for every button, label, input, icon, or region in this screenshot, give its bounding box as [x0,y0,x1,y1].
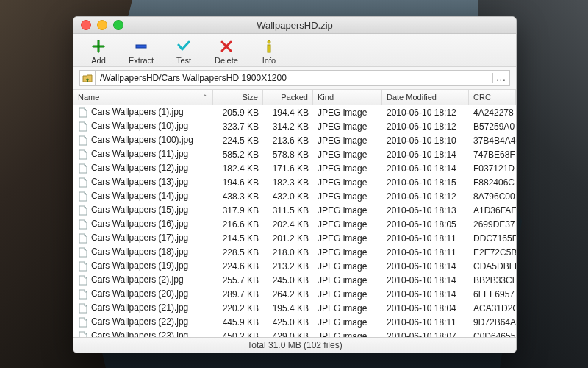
cell-kind: JPEG image [313,177,382,188]
cell-kind: JPEG image [313,149,382,160]
file-list[interactable]: Cars Wallpapers (1).jpg205.9 KB194.4 KBJ… [74,105,516,337]
column-header-crc[interactable]: CRC [469,90,516,105]
table-row[interactable]: Cars Wallpapers (16).jpg216.6 KB202.4 KB… [74,217,516,231]
table-row[interactable]: Cars Wallpapers (10).jpg323.7 KB314.2 KB… [74,119,516,133]
close-button[interactable] [81,20,91,30]
cell-crc: C0D64655 [469,331,516,338]
cell-size: 450.2 KB [213,331,263,338]
cell-size: 220.2 KB [213,303,263,314]
file-name: Cars Wallpapers (20).jpg [91,289,188,299]
cell-date: 2010-06-10 18:13 [382,205,469,216]
minimize-button[interactable] [97,20,107,30]
table-row[interactable]: Cars Wallpapers (12).jpg182.4 KB171.6 KB… [74,161,516,175]
cell-date: 2010-06-10 18:11 [382,317,469,328]
cell-name: Cars Wallpapers (12).jpg [74,163,213,174]
info-button[interactable]: Info [253,38,285,65]
file-name: Cars Wallpapers (23).jpg [91,330,188,337]
titlebar[interactable]: WallpapersHD.zip [74,17,516,34]
cell-kind: JPEG image [313,163,382,174]
desktop-background: WallpapersHD.zip Add Extract Test [0,0,588,368]
table-row[interactable]: Cars Wallpapers (13).jpg194.6 KB182.3 KB… [74,175,516,189]
table-row[interactable]: Cars Wallpapers (19).jpg224.6 KB213.2 KB… [74,259,516,273]
cell-name: Cars Wallpapers (15).jpg [74,205,213,216]
column-header-kind[interactable]: Kind [313,90,382,105]
info-label: Info [262,56,276,65]
file-name: Cars Wallpapers (22).jpg [91,316,188,327]
info-icon [261,38,277,54]
cell-crc: 747BE68F [469,149,516,160]
column-header-date[interactable]: Date Modified [382,90,469,105]
cell-size: 445.9 KB [213,317,263,328]
cell-date: 2010-06-10 18:12 [382,191,469,202]
app-window: WallpapersHD.zip Add Extract Test [73,16,517,353]
cell-name: Cars Wallpapers (10).jpg [74,121,213,132]
delete-button[interactable]: Delete [210,38,243,65]
table-row[interactable]: Cars Wallpapers (17).jpg214.5 KB201.2 KB… [74,231,516,245]
table-row[interactable]: Cars Wallpapers (2).jpg255.7 KB245.0 KBJ… [74,273,516,287]
test-button[interactable]: Test [168,38,200,65]
table-row[interactable]: Cars Wallpapers (11).jpg585.2 KB578.8 KB… [74,147,516,161]
table-row[interactable]: Cars Wallpapers (15).jpg317.9 KB311.5 KB… [74,203,516,217]
cell-kind: JPEG image [313,247,382,258]
extract-label: Extract [129,56,154,65]
add-label: Add [91,56,106,65]
add-button[interactable]: Add [82,38,115,65]
column-header-packed[interactable]: Packed [263,90,313,105]
cell-kind: JPEG image [313,121,382,132]
cell-packed: 314.2 KB [263,121,313,132]
column-header-name[interactable]: Name⌃ [74,90,213,105]
file-name: Cars Wallpapers (1).jpg [91,107,184,117]
cell-name: Cars Wallpapers (13).jpg [74,177,213,188]
cell-packed: 213.6 KB [263,135,313,146]
table-row[interactable]: Cars Wallpapers (18).jpg228.5 KB218.0 KB… [74,245,516,259]
cell-date: 2010-06-10 18:12 [382,121,469,132]
file-name: Cars Wallpapers (2).jpg [91,275,184,285]
table-row[interactable]: Cars Wallpapers (23).jpg450.2 KB429.0 KB… [74,329,516,337]
file-name: Cars Wallpapers (21).jpg [91,302,188,313]
cell-name: Cars Wallpapers (11).jpg [74,149,213,160]
column-header-size[interactable]: Size [213,90,263,105]
file-name: Cars Wallpapers (16).jpg [91,219,188,229]
plus-icon [90,38,107,54]
cell-kind: JPEG image [313,219,382,230]
cell-date: 2010-06-10 18:15 [382,177,469,188]
cell-crc: CDA5DBFE [469,261,516,272]
table-row[interactable]: Cars Wallpapers (22).jpg445.9 KB425.0 KB… [74,315,516,329]
table-row[interactable]: Cars Wallpapers (20).jpg289.7 KB264.2 KB… [74,287,516,301]
extract-button[interactable]: Extract [125,38,157,65]
cell-date: 2010-06-10 18:05 [382,219,469,230]
cell-packed: 202.4 KB [263,219,313,230]
path-overflow-button[interactable]: ... [492,73,509,83]
path-text[interactable]: /WallpapersHD/Cars WallpapersHD 1900X120… [96,73,492,83]
path-bar: /WallpapersHD/Cars WallpapersHD 1900X120… [79,70,510,86]
cell-crc: 4A242278 [469,107,516,118]
delete-label: Delete [215,56,238,65]
file-name: Cars Wallpapers (17).jpg [91,233,188,243]
table-row[interactable]: Cars Wallpapers (1).jpg205.9 KB194.4 KBJ… [74,105,516,119]
cell-kind: JPEG image [313,317,382,328]
cell-crc: 9D72B64A [469,317,516,328]
cell-name: Cars Wallpapers (21).jpg [74,302,213,314]
cell-name: Cars Wallpapers (18).jpg [74,247,213,258]
table-row[interactable]: Cars Wallpapers (100).jpg224.5 KB213.6 K… [74,133,516,147]
zoom-button[interactable] [113,20,123,30]
file-name: Cars Wallpapers (13).jpg [91,177,188,187]
cell-name: Cars Wallpapers (100).jpg [74,135,213,146]
file-name: Cars Wallpapers (10).jpg [91,121,188,131]
cell-name: Cars Wallpapers (17).jpg [74,233,213,244]
cell-packed: 432.0 KB [263,191,313,202]
cell-size: 255.7 KB [213,275,263,286]
cell-date: 2010-06-10 18:11 [382,233,469,244]
svg-rect-0 [136,45,146,48]
cell-packed: 311.5 KB [263,205,313,216]
table-row[interactable]: Cars Wallpapers (14).jpg438.3 KB432.0 KB… [74,189,516,203]
cell-name: Cars Wallpapers (23).jpg [74,330,213,337]
file-name: Cars Wallpapers (14).jpg [91,191,188,201]
table-row[interactable]: Cars Wallpapers (21).jpg220.2 KB195.4 KB… [74,301,516,315]
check-icon [176,38,192,54]
cell-date: 2010-06-10 18:14 [382,289,469,300]
cell-size: 224.6 KB [213,261,263,272]
parent-folder-button[interactable] [80,71,96,85]
cell-kind: JPEG image [313,233,382,244]
cell-crc: A1D36FAF [469,205,516,216]
